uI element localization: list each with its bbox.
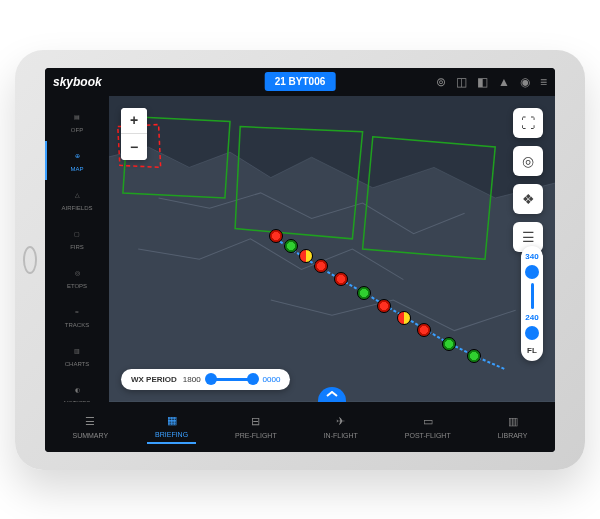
sidebar-item-label: MAP bbox=[70, 166, 83, 172]
postflight-icon: ▭ bbox=[421, 414, 435, 428]
fl-max-value: 340 bbox=[525, 252, 538, 261]
sidebar-item-label: FIRS bbox=[70, 244, 84, 250]
library-icon: ▥ bbox=[506, 414, 520, 428]
nav-label: BRIEFING bbox=[155, 431, 188, 438]
list-icon: ☰ bbox=[83, 414, 97, 428]
brand-logo: skybook bbox=[53, 75, 102, 89]
nav-inflight[interactable]: ✈ IN-FLIGHT bbox=[316, 410, 366, 443]
wx-track bbox=[207, 378, 257, 381]
nav-summary[interactable]: ☰ SUMMARY bbox=[64, 410, 116, 443]
waypoint-marker[interactable] bbox=[357, 286, 371, 300]
etops-icon: ◎ bbox=[70, 266, 84, 280]
top-status-icons: ⊚ ◫ ◧ ▲ ◉ ≡ bbox=[436, 75, 547, 89]
sidebar-item-label: CHARTS bbox=[65, 361, 90, 367]
nav-briefing[interactable]: ▦ BRIEFING bbox=[147, 409, 196, 444]
home-button[interactable] bbox=[23, 246, 37, 274]
sidebar-item-label: AIRFIELDS bbox=[61, 205, 92, 211]
app-screen: skybook 21 BYT006 ⊚ ◫ ◧ ▲ ◉ ≡ ▤ OFP ⊕ MA… bbox=[45, 68, 555, 452]
fl-min-value: 240 bbox=[525, 313, 538, 322]
wx-period-slider[interactable]: WX PERIOD 1800 0000 bbox=[121, 369, 290, 390]
sidebar-item-ofp[interactable]: ▤ OFP bbox=[45, 102, 109, 141]
sidebar-item-map[interactable]: ⊕ MAP bbox=[45, 141, 109, 180]
sidebar-item-label: TRACKS bbox=[65, 322, 89, 328]
nav-library[interactable]: ▥ LIBRARY bbox=[490, 410, 536, 443]
sidebar-item-charts[interactable]: ▥ CHARTS bbox=[45, 336, 109, 375]
tablet-frame: skybook 21 BYT006 ⊚ ◫ ◧ ▲ ◉ ≡ ▤ OFP ⊕ MA… bbox=[15, 50, 585, 470]
fullscreen-button[interactable]: ⛶ bbox=[513, 108, 543, 138]
fl-handle-top[interactable] bbox=[525, 265, 539, 279]
wifi-icon[interactable]: ⊚ bbox=[436, 75, 446, 89]
map-background bbox=[109, 96, 555, 402]
nav-label: SUMMARY bbox=[72, 432, 108, 439]
bell-icon: ◐ bbox=[70, 383, 84, 397]
flight-id-badge[interactable]: 21 BYT006 bbox=[265, 72, 336, 91]
sidebar-item-label: OFP bbox=[71, 127, 83, 133]
doc-icon: ▤ bbox=[70, 110, 84, 124]
left-sidebar: ▤ OFP ⊕ MAP △ AIRFIELDS ▢ FIRS ◎ ETOPS bbox=[45, 96, 109, 402]
main-area: ▤ OFP ⊕ MAP △ AIRFIELDS ▢ FIRS ◎ ETOPS bbox=[45, 96, 555, 402]
waypoint-marker[interactable] bbox=[377, 299, 391, 313]
region-icon: ▢ bbox=[70, 227, 84, 241]
wx-to-value: 0000 bbox=[263, 375, 281, 384]
runway-icon: △ bbox=[70, 188, 84, 202]
sidebar-item-tracks[interactable]: ≈ TRACKS bbox=[45, 297, 109, 336]
chart-icon: ▥ bbox=[70, 344, 84, 358]
top-bar: skybook 21 BYT006 ⊚ ◫ ◧ ▲ ◉ ≡ bbox=[45, 68, 555, 96]
zoom-in-button[interactable]: + bbox=[121, 108, 147, 134]
nav-label: PRE-FLIGHT bbox=[235, 432, 277, 439]
layers-button[interactable]: ❖ bbox=[513, 184, 543, 214]
brief-icon: ▦ bbox=[165, 413, 179, 427]
nav-label: IN-FLIGHT bbox=[324, 432, 358, 439]
map-view[interactable]: + − ⛶ ◎ ❖ ☰ 340 240 FL bbox=[109, 96, 555, 402]
sidebar-item-etops[interactable]: ◎ ETOPS bbox=[45, 258, 109, 297]
map-tools: ⛶ ◎ ❖ ☰ bbox=[513, 108, 543, 252]
menu-icon[interactable]: ≡ bbox=[540, 75, 547, 89]
bottom-nav: ☰ SUMMARY ▦ BRIEFING ⊟ PRE-FLIGHT ✈ IN-F… bbox=[45, 402, 555, 452]
inflight-icon: ✈ bbox=[334, 414, 348, 428]
fl-label: FL bbox=[527, 346, 537, 355]
signal-icon[interactable]: ◫ bbox=[456, 75, 467, 89]
zoom-out-button[interactable]: − bbox=[121, 134, 147, 160]
waypoint-marker[interactable] bbox=[314, 259, 328, 273]
waypoint-marker[interactable] bbox=[269, 229, 283, 243]
sidebar-item-label: ETOPS bbox=[67, 283, 87, 289]
nav-preflight[interactable]: ⊟ PRE-FLIGHT bbox=[227, 410, 285, 443]
zoom-control: + − bbox=[121, 108, 147, 160]
waypoint-marker[interactable] bbox=[467, 349, 481, 363]
center-button[interactable]: ◎ bbox=[513, 146, 543, 176]
sidebar-item-airfields[interactable]: △ AIRFIELDS bbox=[45, 180, 109, 219]
wx-from-value: 1800 bbox=[183, 375, 201, 384]
preflight-icon: ⊟ bbox=[249, 414, 263, 428]
nav-label: POST-FLIGHT bbox=[405, 432, 451, 439]
sidebar-item-label: NOTICES bbox=[64, 400, 91, 402]
nav-label: LIBRARY bbox=[498, 432, 528, 439]
sidebar-item-firs[interactable]: ▢ FIRS bbox=[45, 219, 109, 258]
fl-handle-bottom[interactable] bbox=[525, 326, 539, 340]
notification-icon[interactable]: ▲ bbox=[498, 75, 510, 89]
waypoint-marker[interactable] bbox=[334, 272, 348, 286]
nav-postflight[interactable]: ▭ POST-FLIGHT bbox=[397, 410, 459, 443]
speaker-icon[interactable]: ◧ bbox=[477, 75, 488, 89]
wx-handle-from[interactable] bbox=[205, 373, 217, 385]
globe-icon: ⊕ bbox=[70, 149, 84, 163]
wx-label: WX PERIOD bbox=[131, 375, 177, 384]
camera-icon[interactable]: ◉ bbox=[520, 75, 530, 89]
tracks-icon: ≈ bbox=[70, 305, 84, 319]
wx-handle-to[interactable] bbox=[247, 373, 259, 385]
waypoint-marker[interactable] bbox=[284, 239, 298, 253]
waypoint-marker[interactable] bbox=[299, 249, 313, 263]
sidebar-item-notices[interactable]: ◐ NOTICES bbox=[45, 375, 109, 402]
flight-level-slider[interactable]: 340 240 FL bbox=[521, 246, 543, 361]
waypoint-marker[interactable] bbox=[417, 323, 431, 337]
waypoint-marker[interactable] bbox=[397, 311, 411, 325]
fl-track bbox=[531, 283, 534, 309]
waypoint-marker[interactable] bbox=[442, 337, 456, 351]
